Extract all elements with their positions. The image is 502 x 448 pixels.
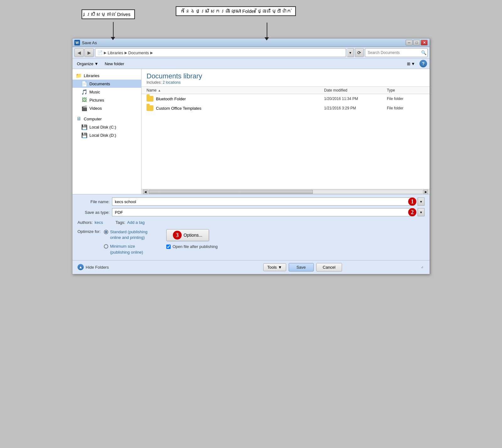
col-date-modified: Date modified bbox=[324, 88, 387, 92]
path-library-icon: 📄 bbox=[97, 50, 103, 55]
sidebar-group-computer: 🖥 Computer 💾 Local Disk (C:) 💾 Local Dis… bbox=[72, 115, 141, 139]
tags-label: Tags: bbox=[115, 220, 125, 225]
sidebar-item-documents[interactable]: 📄 Documents bbox=[72, 80, 141, 88]
authors-value[interactable]: kecs bbox=[94, 220, 103, 225]
save-button[interactable]: Save bbox=[289, 263, 314, 271]
cancel-button[interactable]: Cancel bbox=[316, 263, 342, 271]
radio-standard-circle[interactable] bbox=[104, 230, 108, 234]
meta-row: Authors: kecs Tags: Add a tag bbox=[77, 219, 425, 227]
videos-icon: 🎬 bbox=[81, 105, 88, 111]
filename-dropdown-button[interactable]: ▼ bbox=[418, 198, 425, 206]
hide-folders-icon: ▲ bbox=[77, 264, 84, 270]
filename-input[interactable] bbox=[112, 198, 414, 206]
documents-icon: 📄 bbox=[81, 81, 88, 87]
savetype-input[interactable] bbox=[112, 208, 414, 216]
radio-standard[interactable]: Standard (publishingonline and printing) bbox=[104, 229, 147, 240]
path-dropdown-button[interactable]: ▼ bbox=[347, 48, 354, 57]
pictures-icon: 🖼 bbox=[81, 97, 88, 103]
radio-minimum[interactable]: Minimum size(publishing online) bbox=[104, 244, 147, 255]
path-bar[interactable]: 📄 ▶ Libraries ▶ Documents ▶ bbox=[95, 48, 346, 57]
file-list: Documents library Includes: 2 locations … bbox=[142, 69, 430, 194]
col-type: Type bbox=[387, 88, 425, 92]
minimize-button[interactable]: ─ bbox=[406, 40, 413, 45]
col-name[interactable]: Name ▲ bbox=[147, 88, 324, 92]
sidebar-item-libraries[interactable]: 📁 Libraries bbox=[72, 71, 141, 80]
badge-1: 1 bbox=[408, 198, 416, 206]
file-name-custom: Custom Office Templates bbox=[147, 105, 324, 111]
back-button[interactable]: ◀ bbox=[74, 48, 84, 57]
music-icon: 🎵 bbox=[81, 89, 88, 95]
view-button[interactable]: ⊞ ▼ bbox=[405, 61, 417, 67]
sidebar-item-local-c[interactable]: 💾 Local Disk (C:) bbox=[72, 123, 141, 131]
refresh-button[interactable]: ⟳ bbox=[355, 48, 364, 57]
disk-c-icon: 💾 bbox=[81, 124, 88, 130]
file-rows: Bluetooth Folder 1/20/2016 11:34 PM File… bbox=[142, 94, 430, 189]
forward-button[interactable]: ▶ bbox=[84, 48, 94, 57]
optimize-label: Optimize for: bbox=[77, 229, 101, 234]
tools-dropdown-icon: ▼ bbox=[278, 265, 282, 270]
sidebar-item-videos[interactable]: 🎬 Videos bbox=[72, 104, 141, 112]
radio-minimum-label: Minimum size(publishing online) bbox=[110, 244, 143, 255]
path-documents: Documents bbox=[128, 50, 149, 55]
center-arrowhead bbox=[264, 37, 269, 40]
computer-icon: 🖥 bbox=[76, 116, 82, 122]
savetype-row: Save as type: 2 ▼ bbox=[77, 208, 425, 216]
resize-grip[interactable]: ⊿ bbox=[421, 265, 425, 269]
close-button[interactable]: ✕ bbox=[421, 40, 428, 45]
toolbar: Organize ▼ New folder ⊞ ▼ ? bbox=[72, 59, 430, 69]
sidebar-item-music[interactable]: 🎵 Music bbox=[72, 88, 141, 96]
table-row[interactable]: Custom Office Templates 1/21/2016 3:29 P… bbox=[142, 103, 430, 113]
sort-arrow: ▲ bbox=[158, 89, 161, 92]
scroll-thumb[interactable] bbox=[149, 190, 313, 194]
folder-icon bbox=[147, 105, 153, 111]
savetype-dropdown-button[interactable]: ▼ bbox=[418, 208, 425, 216]
title-bar: W Save As ─ □ ✕ bbox=[72, 39, 430, 47]
save-as-dialog: W Save As ─ □ ✕ ◀ ▶ 📄 ▶ Libraries ▶ Docu… bbox=[72, 38, 430, 274]
sidebar-item-computer[interactable]: 🖥 Computer bbox=[72, 115, 141, 123]
badge-2: 2 bbox=[408, 208, 416, 216]
filename-label: File name: bbox=[77, 199, 112, 204]
locations-link[interactable]: 2 locations bbox=[163, 80, 180, 85]
form-area: File name: 1 ▼ Save as type: 2 ▼ bbox=[72, 194, 430, 260]
path-libraries: Libraries bbox=[108, 50, 123, 55]
organize-button[interactable]: Organize ▼ bbox=[75, 61, 100, 67]
sidebar-item-local-d[interactable]: 💾 Local Disk (D:) bbox=[72, 131, 141, 139]
libraries-icon: 📁 bbox=[76, 72, 82, 79]
tags-value[interactable]: Add a tag bbox=[127, 220, 145, 225]
file-date-bluetooth: 1/20/2016 11:34 PM bbox=[324, 97, 387, 101]
main-content: 📁 Libraries 📄 Documents 🎵 Music 🖼 Pictur… bbox=[72, 69, 430, 194]
left-arrowhead bbox=[111, 37, 115, 40]
open-after-publishing-checkbox[interactable] bbox=[166, 245, 171, 249]
scroll-right-button[interactable]: ▶ bbox=[423, 190, 428, 194]
column-headers: Name ▲ Date modified Type bbox=[142, 87, 430, 94]
organize-dropdown-icon: ▼ bbox=[94, 61, 99, 66]
hide-folders-button[interactable]: ▲ Hide Folders bbox=[77, 264, 109, 270]
horizontal-scrollbar[interactable]: ◀ ▶ bbox=[142, 189, 430, 194]
table-row[interactable]: Bluetooth Folder 1/20/2016 11:34 PM File… bbox=[142, 94, 430, 103]
new-folder-button[interactable]: New folder bbox=[103, 61, 126, 67]
maximize-button[interactable]: □ bbox=[413, 40, 420, 45]
savetype-input-combo: 2 ▼ bbox=[112, 208, 425, 216]
dialog-title: Save As bbox=[82, 40, 97, 45]
file-date-custom: 1/21/2016 3:29 PM bbox=[324, 106, 387, 110]
optimize-row: Optimize for: Standard (publishingonline… bbox=[77, 227, 425, 257]
folder-icon bbox=[147, 96, 153, 102]
scroll-track[interactable] bbox=[148, 190, 423, 194]
search-input[interactable] bbox=[365, 48, 428, 57]
search-icon[interactable]: 🔍 bbox=[421, 50, 426, 55]
scroll-left-button[interactable]: ◀ bbox=[143, 190, 148, 194]
help-button[interactable]: ? bbox=[419, 60, 427, 67]
filename-input-combo: 1 ▼ bbox=[112, 198, 425, 206]
options-button[interactable]: 3 Options... bbox=[166, 229, 209, 241]
radio-minimum-circle[interactable] bbox=[104, 244, 108, 249]
open-after-publishing-row: Open file after publishing bbox=[166, 244, 218, 249]
center-arrow-line bbox=[267, 23, 267, 38]
badge-3: 3 bbox=[173, 231, 182, 240]
disk-d-icon: 💾 bbox=[81, 132, 88, 138]
sidebar-item-pictures[interactable]: 🖼 Pictures bbox=[72, 96, 141, 104]
file-type-custom: File folder bbox=[387, 106, 425, 110]
left-callout-box: ប្រើសម្គាល់ Drives bbox=[82, 9, 135, 19]
tools-button[interactable]: Tools ▼ bbox=[263, 263, 286, 271]
library-subtitle: Includes: 2 locations bbox=[147, 80, 202, 85]
footer: ▲ Hide Folders Tools ▼ Save Cancel ⊿ bbox=[72, 260, 430, 274]
